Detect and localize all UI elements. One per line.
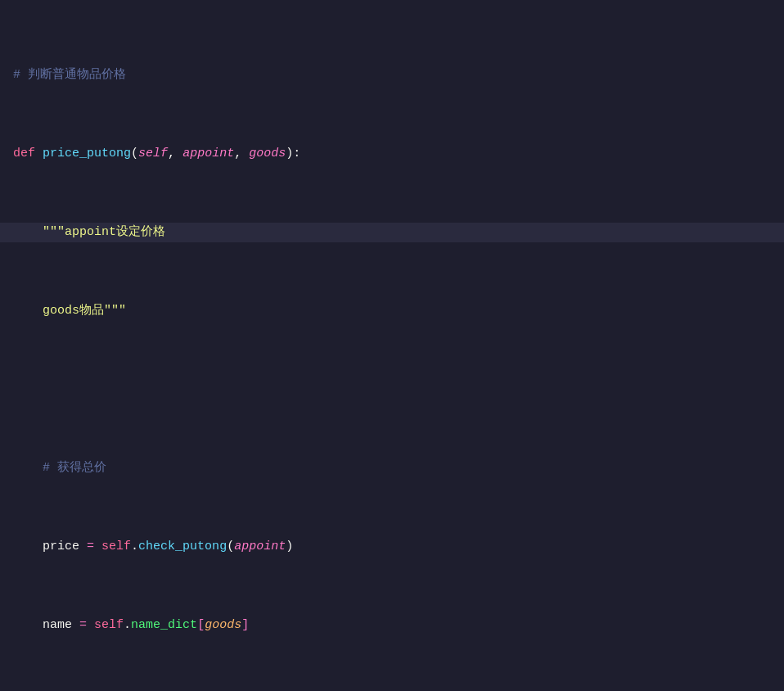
line-1: # 判断普通物品价格 (0, 65, 784, 85)
line-3: """appoint设定价格 (0, 223, 784, 242)
line-4: goods物品""" (0, 301, 784, 321)
docstring-end: goods物品""" (43, 304, 126, 318)
param-self: self (138, 147, 168, 160)
line-6: # 获得总价 (0, 458, 784, 478)
line-2: def price_putong(self, appoint, goods): (0, 144, 784, 164)
param-goods: goods (249, 147, 286, 160)
comment-1: # 判断普通物品价格 (13, 68, 126, 82)
line-5 (0, 380, 784, 400)
keyword-def: def (13, 147, 35, 160)
var-price: price (43, 540, 79, 553)
function-name: price_putong (43, 147, 131, 160)
attr-name-dict: name_dict (131, 618, 197, 632)
var-name: name (43, 618, 72, 632)
comment-获得总价: # 获得总价 (43, 461, 106, 475)
method-check-putong: check_putong (138, 540, 227, 553)
line-7: price = self.check_putong(appoint) (0, 537, 784, 557)
line-8: name = self.name_dict[goods] (0, 616, 784, 635)
docstring-start: """appoint设定价格 (43, 225, 165, 239)
code-editor: # 判断普通物品价格 def price_putong(self, appoin… (0, 0, 784, 691)
param-appoint: appoint (182, 147, 234, 160)
